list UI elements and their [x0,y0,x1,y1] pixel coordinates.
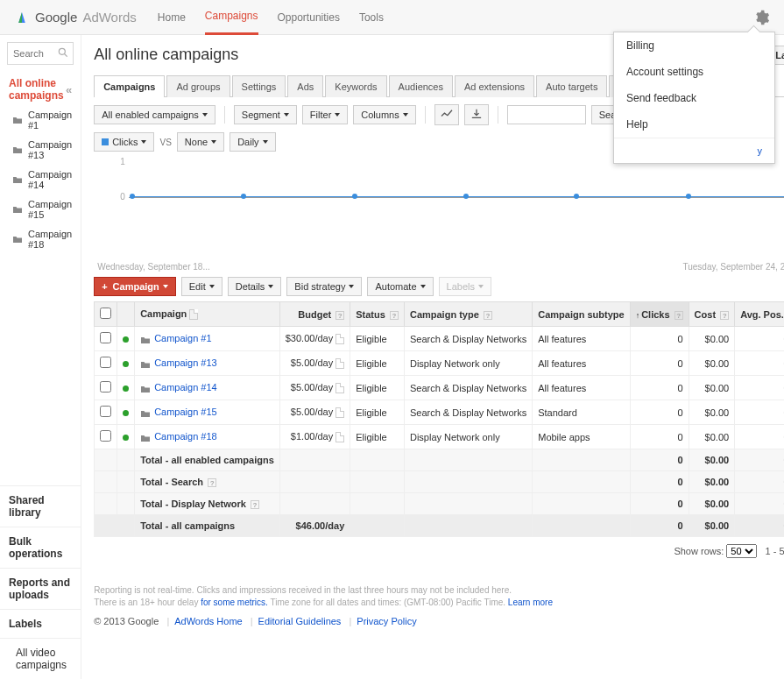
help-icon: ? [720,311,729,320]
folder-icon [12,145,23,154]
vs-label: VS [159,138,171,147]
chevron-down-icon [163,285,168,288]
tab-audiences[interactable]: Audiences [389,75,453,97]
columns-dropdown[interactable]: Columns [353,105,415,124]
sort-asc-icon: ↑ [636,311,640,320]
menu-help[interactable]: Help [614,111,774,138]
sidebar-item-label: Campaign #14 [28,169,72,190]
row-checkbox[interactable] [100,406,111,417]
sidebar-item[interactable]: Campaign #15 [7,195,74,224]
menu-send-feedback[interactable]: Send feedback [614,85,774,111]
sidebar-item[interactable]: Campaign #1 [7,105,74,135]
footer-link-privacy[interactable]: Privacy Policy [357,616,416,626]
chart-toggle-icon[interactable] [434,104,459,125]
download-icon[interactable] [464,104,489,125]
select-all-checkbox[interactable] [100,308,111,319]
th-cost[interactable]: Cost ? [689,302,735,327]
menu-billing[interactable]: Billing [614,32,774,59]
filter-enabled-dropdown[interactable]: All enabled campaigns [94,105,215,124]
svg-line-1 [65,54,67,57]
cell-cost: $0.00 [689,327,735,351]
chart-date-end: Tuesday, September 24, 2013 [682,262,784,272]
nav-home[interactable]: Home [158,1,186,34]
row-checkbox[interactable] [100,332,111,343]
cell-type: Display Network only [404,351,532,376]
row-checkbox[interactable] [100,430,111,442]
cell-budget: $5.00/day [291,357,333,368]
note-icon [335,432,344,442]
footer-link-editorial[interactable]: Editorial Guidelines [258,616,342,626]
sidebar-item[interactable]: Campaign #14 [7,165,74,195]
folder-icon [12,175,23,184]
th-clicks[interactable]: ↑Clicks ? [630,302,689,327]
sidebar-reports-uploads[interactable]: Reports and uploads [0,568,81,609]
sidebar-heading[interactable]: All online campaigns [9,77,66,102]
nav-tools[interactable]: Tools [359,1,384,34]
folder-icon [12,205,23,214]
campaign-link[interactable]: Campaign #18 [154,431,217,442]
th-budget[interactable]: Budget ? [279,302,350,327]
sidebar-item[interactable]: Campaign #13 [7,135,74,165]
segment-dropdown[interactable]: Segment [234,105,297,124]
total-label: Total - all campaigns [135,515,280,537]
details-dropdown[interactable]: Details [228,277,282,296]
sidebar-bulk-operations[interactable]: Bulk operations [0,527,81,568]
metric-clicks-dropdown[interactable]: Clicks [94,132,154,152]
th-type[interactable]: Campaign type ? [404,302,532,327]
labels-dropdown[interactable]: Labels [439,277,491,296]
campaign-link[interactable]: Campaign #15 [154,407,217,417]
compare-dropdown[interactable]: None [177,132,224,152]
edit-dropdown[interactable]: Edit [181,277,222,296]
row-checkbox[interactable] [100,357,111,368]
sidebar-labels[interactable]: Labels [0,609,81,638]
nav-campaigns[interactable]: Campaigns [205,0,258,35]
table-search-input[interactable] [507,105,586,124]
cell-type: Display Network only [404,425,532,449]
reporting-footnote: Reporting is not real-time. Clicks and i… [94,584,784,609]
campaign-link[interactable]: Campaign #14 [154,382,217,393]
sidebar-shared-library[interactable]: Shared library [0,485,81,527]
th-campaign[interactable]: Campaign [135,302,280,327]
learn-more-link[interactable]: Learn more [508,598,553,607]
campaign-link[interactable]: Campaign #1 [154,333,211,343]
chart-ytick: 0 [120,192,125,202]
th-status[interactable]: Status ? [350,302,405,327]
tab-keywords[interactable]: Keywords [325,75,386,97]
tab-campaigns[interactable]: Campaigns [94,75,165,97]
pager-range: 1 - 5 of 5 [765,546,784,556]
sidebar-video-campaigns[interactable]: All video campaigns [0,638,81,679]
th-subtype[interactable]: Campaign subtype [533,302,630,327]
tab-settings[interactable]: Settings [232,75,286,97]
help-icon: ? [675,311,683,320]
cell-status: Eligible [350,351,405,376]
folder-icon [12,116,23,124]
filter-dropdown[interactable]: Filter [302,105,348,124]
new-campaign-button[interactable]: +Campaign [94,277,176,296]
total-avgpos: 0.0 [735,515,784,537]
help-icon: ? [251,500,259,509]
automate-dropdown[interactable]: Automate [367,277,433,296]
menu-account-settings[interactable]: Account settings [614,59,774,85]
sidebar-collapse-icon[interactable]: « [66,83,72,96]
granularity-dropdown[interactable]: Daily [230,132,275,152]
footer-link-adwords-home[interactable]: AdWords Home [174,616,242,626]
cell-status: Eligible [350,376,405,400]
tab-ads[interactable]: Ads [287,75,323,97]
campaign-link[interactable]: Campaign #13 [154,357,217,368]
tab-ad-extensions[interactable]: Ad extensions [455,75,534,97]
tab-adgroups[interactable]: Ad groups [166,75,230,97]
nav-opportunities[interactable]: Opportunities [278,1,340,34]
cell-clicks: 0 [630,327,689,351]
chevron-down-icon [209,285,215,288]
metrics-delay-link[interactable]: for some metrics. [201,598,268,607]
gear-icon[interactable] [752,9,770,26]
cell-type: Search & Display Networks [404,376,532,400]
rows-per-page-select[interactable]: 50 [726,544,757,558]
sidebar-item[interactable]: Campaign #18 [7,224,74,254]
menu-overflow[interactable]: y [614,138,774,163]
tab-auto-targets[interactable]: Auto targets [536,75,607,97]
th-avgpos[interactable]: Avg. Pos. ? [735,302,784,327]
row-checkbox[interactable] [100,381,111,393]
bid-strategy-dropdown[interactable]: Bid strategy [286,277,362,296]
total-clicks: 0 [630,493,689,515]
